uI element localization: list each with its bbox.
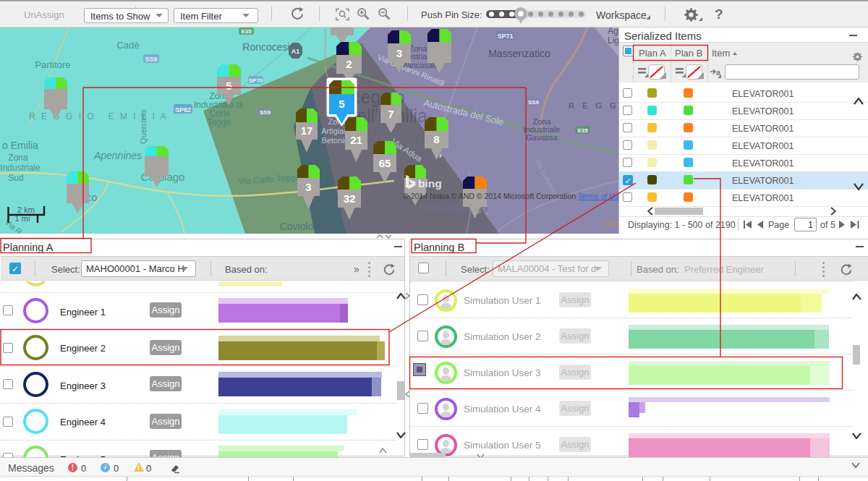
- svg-text:32: 32: [344, 192, 356, 205]
- svg-text:E35: E35: [577, 127, 588, 134]
- svg-text:a: a: [716, 68, 721, 77]
- svg-text:Castellaz: Castellaz: [603, 219, 618, 228]
- svg-text:Querciolo: Querciolo: [139, 110, 148, 144]
- svg-text:1 mi: 1 mi: [15, 214, 30, 223]
- svg-text:Roncocesi: Roncocesi: [242, 41, 289, 53]
- svg-text:2 km: 2 km: [17, 205, 35, 214]
- svg-text:3: 3: [305, 181, 311, 193]
- svg-text:Cadè: Cadè: [116, 40, 139, 51]
- svg-text:Tegge: Tegge: [208, 117, 231, 127]
- svg-text:Partitore: Partitore: [35, 59, 70, 70]
- svg-text:8: 8: [433, 133, 439, 145]
- svg-text:o Emilia: o Emilia: [2, 140, 38, 151]
- svg-text:5: 5: [226, 80, 231, 92]
- svg-text:Gavassa: Gavassa: [526, 133, 558, 142]
- svg-text:Massenzatico: Massenzatico: [488, 48, 550, 59]
- svg-text:SS9: SS9: [260, 109, 271, 116]
- svg-text:R E G G: R E G G: [569, 101, 618, 110]
- svg-text:65: 65: [379, 157, 391, 169]
- svg-text:3: 3: [396, 47, 402, 59]
- svg-text:Apennines: Apennines: [93, 150, 142, 161]
- svg-text:SP70: SP70: [249, 77, 263, 84]
- svg-text:21: 21: [350, 134, 362, 146]
- svg-text:Sud: Sud: [8, 173, 23, 183]
- svg-text:17: 17: [301, 124, 313, 137]
- svg-text:7: 7: [388, 108, 393, 120]
- svg-text:Industriale: Industriale: [0, 163, 41, 173]
- svg-text:SS9: SS9: [528, 99, 540, 106]
- svg-text:A1: A1: [292, 48, 300, 55]
- svg-text:2: 2: [346, 58, 352, 70]
- svg-text:5: 5: [339, 98, 344, 110]
- svg-text:SP62: SP62: [175, 106, 191, 114]
- svg-text:Ligab: Ligab: [608, 35, 618, 46]
- svg-text:© 2014 Nokia © AND © 2014 Micr: © 2014 Nokia © AND © 2014 Microsoft Corp…: [403, 192, 618, 200]
- svg-text:Coviolo: Coviolo: [280, 221, 314, 232]
- svg-text:E35: E35: [241, 28, 252, 35]
- svg-text:SP71: SP71: [497, 33, 513, 40]
- svg-text:Zona: Zona: [8, 153, 28, 163]
- svg-text:bing: bing: [418, 177, 442, 190]
- svg-text:SS9: SS9: [145, 56, 157, 63]
